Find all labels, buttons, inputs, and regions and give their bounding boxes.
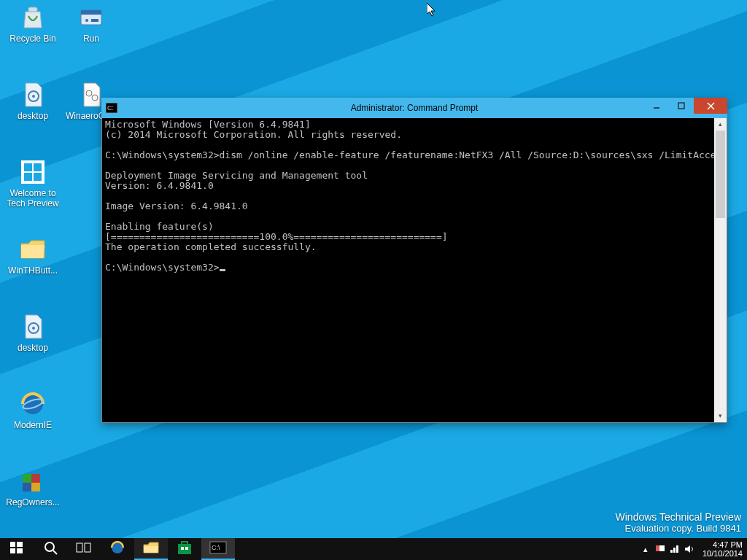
taskbar-taskview-button[interactable]	[67, 538, 101, 560]
svg-rect-20	[23, 483, 31, 491]
taskbar-cmd-button[interactable]: C:\	[201, 538, 235, 560]
start-icon	[9, 540, 24, 558]
window-title: Administrator: Command Prompt	[101, 103, 727, 113]
desktop-icon-regowners[interactable]: RegOwners...	[6, 467, 60, 508]
icon-label: Run	[64, 34, 118, 44]
svg-rect-31	[17, 548, 23, 553]
svg-rect-38	[181, 547, 184, 550]
taskbar-file-explorer-button[interactable]	[134, 538, 168, 560]
console-output[interactable]: Microsoft Windows [Version 6.4.9841] (c)…	[102, 118, 714, 422]
taskbar-start-button[interactable]	[0, 538, 34, 560]
svg-rect-39	[185, 547, 188, 550]
svg-rect-11	[34, 163, 42, 171]
desktop-icon-recycle-bin[interactable]: Recycle Bin	[6, 3, 60, 44]
clock[interactable]: 4:47 PM 10/10/2014	[698, 540, 743, 558]
svg-rect-0	[28, 7, 37, 12]
svg-point-6	[32, 95, 35, 98]
titlebar[interactable]: C: Administrator: Command Prompt	[101, 98, 727, 118]
taskbar-search-button[interactable]	[34, 538, 67, 560]
desktop-icon-welcome[interactable]: Welcome to Tech Preview	[6, 158, 60, 209]
minimize-button[interactable]	[644, 98, 669, 114]
desktop-icon-modernie[interactable]: ModernIE	[6, 389, 60, 430]
icon-label: desktop	[6, 111, 60, 121]
svg-rect-46	[676, 545, 678, 553]
svg-rect-18	[23, 474, 31, 483]
winlogo-icon	[15, 158, 50, 187]
svg-point-32	[45, 542, 54, 551]
icon-label: Welcome to Tech Preview	[6, 188, 60, 209]
recycle-icon	[15, 3, 50, 32]
clock-time: 4:47 PM	[703, 540, 743, 549]
svg-rect-30	[10, 548, 15, 553]
icon-label: RegOwners...	[6, 497, 60, 508]
volume-icon[interactable]	[684, 543, 695, 555]
folder-icon	[15, 235, 50, 264]
system-tray[interactable]: ▴ 4:47 PM 10/10/2014	[635, 538, 747, 560]
desktop-icon-run[interactable]: Run	[64, 3, 118, 44]
cmd-sys-icon[interactable]: C:	[101, 98, 122, 118]
build-watermark: Windows Technical Preview Evaluation cop…	[616, 511, 741, 534]
network-icon[interactable]	[669, 543, 681, 555]
desktop-icon-winthbutt[interactable]: WinTHButt...	[6, 235, 60, 276]
reg-icon	[15, 467, 50, 496]
svg-rect-21	[31, 483, 40, 491]
command-prompt-window[interactable]: C: Administrator: Command Prompt Microso…	[101, 98, 727, 423]
show-hidden-icons[interactable]: ▴	[640, 543, 651, 555]
scroll-up-arrow[interactable]: ▴	[714, 118, 727, 131]
taskview-icon	[76, 541, 92, 557]
svg-rect-12	[24, 173, 32, 181]
scroll-thumb[interactable]	[716, 131, 725, 218]
gearfile-icon	[15, 312, 50, 341]
taskbar-store-button[interactable]	[168, 538, 201, 560]
svg-rect-25	[678, 103, 684, 109]
svg-rect-29	[17, 542, 23, 547]
taskbar-ie-button[interactable]	[101, 538, 134, 560]
gearfile-icon	[15, 80, 50, 109]
action-center-icon[interactable]	[654, 543, 666, 555]
svg-rect-34	[77, 543, 82, 552]
svg-text:C:: C:	[107, 104, 114, 112]
watermark-line2: Evaluation copy. Build 9841	[616, 523, 741, 534]
svg-rect-44	[670, 550, 673, 553]
icon-label: WinTHButt...	[6, 265, 60, 276]
svg-rect-35	[85, 543, 90, 552]
run-icon	[74, 3, 109, 32]
icon-label: desktop	[6, 343, 60, 353]
svg-rect-13	[34, 173, 42, 181]
maximize-button[interactable]	[669, 98, 694, 114]
svg-rect-19	[31, 474, 40, 483]
svg-rect-28	[10, 542, 15, 547]
svg-line-33	[53, 551, 57, 554]
svg-rect-45	[673, 548, 676, 553]
icon-label: Recycle Bin	[6, 34, 60, 44]
folder-icon	[142, 540, 160, 558]
svg-marker-47	[685, 545, 690, 553]
store-icon	[177, 540, 193, 558]
svg-text:C:\: C:\	[212, 544, 220, 551]
ie-icon	[15, 389, 50, 419]
watermark-line1: Windows Technical Preview	[616, 511, 741, 523]
svg-point-3	[85, 19, 88, 22]
desktop-icon-desktop-ini2[interactable]: desktop	[6, 312, 60, 353]
scroll-down-arrow[interactable]: ▾	[714, 410, 727, 422]
ie-icon	[109, 540, 125, 559]
search-icon	[43, 540, 58, 558]
svg-rect-4	[91, 19, 98, 22]
svg-point-15	[32, 327, 35, 330]
svg-rect-37	[178, 544, 191, 554]
taskbar[interactable]: C:\ ▴ 4:47 PM 10/10/2014	[0, 538, 747, 560]
desktop-icon-desktop-ini[interactable]: desktop	[6, 80, 60, 121]
close-button[interactable]	[694, 98, 727, 114]
svg-rect-10	[24, 163, 32, 171]
svg-rect-2	[81, 10, 101, 15]
icon-label: ModernIE	[6, 420, 60, 430]
cmd-icon: C:\	[209, 541, 227, 557]
window-controls	[644, 98, 727, 118]
vertical-scrollbar[interactable]: ▴ ▾	[714, 118, 727, 422]
clock-date: 10/10/2014	[703, 549, 743, 558]
svg-rect-43	[656, 545, 659, 551]
